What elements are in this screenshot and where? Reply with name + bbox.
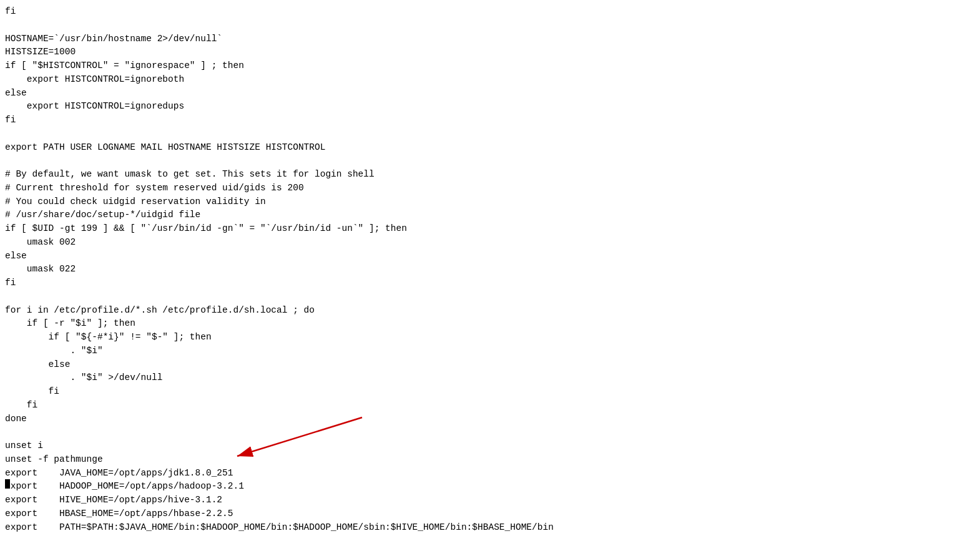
code-line: export PATH USER LOGNAME MAIL HOSTNAME H…	[5, 141, 975, 155]
code-line: HOSTNAME=`/usr/bin/hostname 2>/dev/null`	[5, 32, 975, 46]
code-line: if [ -r "$i" ]; then	[5, 317, 975, 331]
code-line: fi	[5, 114, 975, 127]
code-line: if [ "${-#*i}" != "$-" ]; then	[5, 331, 975, 344]
code-line: export HIVE_HOME=/opt/apps/hive-3.1.2	[5, 494, 975, 507]
code-line: export HADOOP_HOME=/opt/apps/hadoop-3.2.…	[5, 480, 975, 494]
code-line: unset i	[5, 439, 975, 453]
code-line	[5, 127, 975, 141]
code-line: fi	[5, 385, 975, 399]
code-line: unset -f pathmunge	[5, 453, 975, 467]
code-line: else	[5, 358, 975, 372]
code-line: export PATH=$PATH:$JAVA_HOME/bin:$HADOOP…	[5, 521, 975, 535]
code-line: done	[5, 412, 975, 426]
code-line: umask 002	[5, 236, 975, 250]
code-line	[5, 154, 975, 168]
code-line: fi	[5, 276, 975, 290]
code-line: fi	[5, 399, 975, 412]
code-line: export HBASE_HOME=/opt/apps/hbase-2.2.5	[5, 507, 975, 521]
code-line: export HISTCONTROL=ignoredups	[5, 100, 975, 114]
code-line: . "$i" >/dev/null	[5, 371, 975, 385]
code-line	[5, 19, 975, 32]
cursor	[5, 479, 10, 489]
code-line: if [ $UID -gt 199 ] && [ "`/usr/bin/id -…	[5, 222, 975, 236]
code-line: # Current threshold for system reserved …	[5, 182, 975, 195]
code-line: export JAVA_HOME=/opt/apps/jdk1.8.0_251	[5, 467, 975, 480]
code-line: else	[5, 87, 975, 100]
code-line: export HISTCONTROL=ignoreboth	[5, 73, 975, 87]
code-line: umask 022	[5, 263, 975, 276]
code-line: # By default, we want umask to get set. …	[5, 168, 975, 182]
code-line: HISTSIZE=1000	[5, 46, 975, 59]
code-line: if [ "$HISTCONTROL" = "ignorespace" ] ; …	[5, 59, 975, 73]
code-line: for i in /etc/profile.d/*.sh /etc/profil…	[5, 304, 975, 318]
code-line: else	[5, 250, 975, 263]
code-line	[5, 290, 975, 304]
code-line: . "$i"	[5, 344, 975, 358]
code-display: fi HOSTNAME=`/usr/bin/hostname 2>/dev/nu…	[5, 5, 975, 534]
code-line: # You could check uidgid reservation val…	[5, 195, 975, 209]
terminal-window: fi HOSTNAME=`/usr/bin/hostname 2>/dev/nu…	[0, 0, 980, 541]
code-line: # /usr/share/doc/setup-*/uidgid file	[5, 208, 975, 222]
code-line	[5, 426, 975, 439]
code-line: fi	[5, 5, 975, 19]
